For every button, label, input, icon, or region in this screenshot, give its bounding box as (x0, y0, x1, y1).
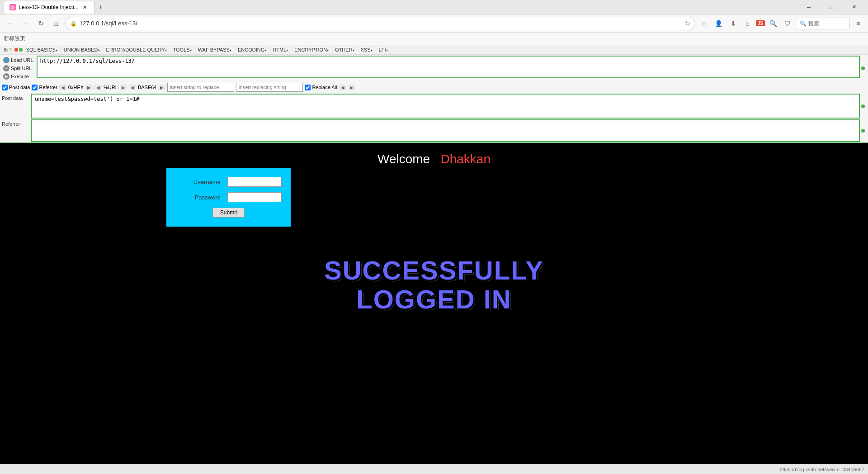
refresh-button[interactable]: ↻ (34, 17, 47, 30)
menu-error-double-query[interactable]: ERROR/DOUBLE QUERY▾ (104, 46, 170, 53)
home-nav-icon[interactable]: ⌂ (741, 17, 754, 30)
split-url-label: Split URL (11, 66, 32, 71)
execute-icon: ▶ (3, 73, 9, 80)
success-text-line2: LOGGED IN (324, 285, 544, 314)
refresh-icon[interactable]: ↻ (685, 20, 690, 27)
hackbar-url-main: http://127.0.0.1/sql/Less-13/ (37, 56, 866, 81)
forward-button[interactable]: → (19, 17, 32, 30)
replace-arrow-left[interactable]: ◀ (339, 85, 346, 90)
new-tab-button[interactable]: + (94, 1, 107, 14)
menu-union-based[interactable]: UNION BASED▾ (61, 46, 103, 53)
user-icon[interactable]: 👤 (712, 17, 725, 30)
hackbar-url-field[interactable]: http://127.0.0.1/sql/Less-13/ (37, 56, 860, 78)
oxhex-label: 0xHEX (68, 85, 84, 90)
post-data-side-indicator (860, 94, 866, 118)
percent-url-arrow-left[interactable]: ◀ (94, 85, 102, 90)
hackbar-options: Post data Referrer ◀ 0xHEX ▶ ◀ %URL ▶ ◀ … (0, 82, 868, 93)
bookmarks-bar: 新标签页 (0, 33, 868, 45)
lock-icon: 🔒 (70, 20, 77, 27)
referrer-green-dot (861, 129, 865, 133)
red-status-dot (14, 48, 18, 52)
url-display: 127.0.0.1/sql/Less-13/ (80, 20, 682, 27)
success-text-line1: SUCCESSFULLY (324, 256, 544, 285)
active-tab[interactable]: 🌸 Less-13- Double Injecti... ✕ (4, 1, 94, 14)
download-icon[interactable]: ⬇ (727, 17, 740, 30)
url-bar[interactable]: 🔒 127.0.0.1/sql/Less-13/ ↻ (65, 17, 695, 30)
post-data-checkbox[interactable] (2, 85, 8, 90)
maximize-button[interactable]: □ (821, 1, 842, 14)
post-data-checkbox-label[interactable]: Post data (2, 85, 30, 90)
search-bar[interactable]: 🔍 (796, 18, 850, 29)
menu-html[interactable]: HTML▾ (270, 46, 291, 53)
post-data-checkbox-text: Post data (9, 85, 30, 90)
referrer-checkbox-label[interactable]: Referrer (32, 85, 57, 90)
replace-all-text: Replace All (312, 85, 337, 90)
replace-arrow-right[interactable]: ▶ (348, 85, 355, 90)
referrer-checkbox[interactable] (32, 85, 38, 90)
close-button[interactable]: ✕ (844, 1, 864, 14)
js-badge: JS (756, 20, 765, 26)
hackbar-referrer-section: Referrer (0, 119, 868, 142)
tab-favicon: 🌸 (9, 4, 16, 10)
percent-url-arrow-right[interactable]: ▶ (120, 85, 127, 90)
split-url-icon: ✂ (3, 65, 9, 71)
execute-label: Execute (11, 74, 29, 79)
menu-waf-bypass[interactable]: WAF BYPASS▾ (195, 46, 234, 53)
minimize-button[interactable]: ─ (798, 1, 819, 14)
hackbar-left-buttons: 🌐 Load URL ✂ Split URL ▶ Execute (2, 56, 37, 81)
referrer-checkbox-text: Referrer (39, 85, 57, 90)
load-url-button[interactable]: 🌐 Load URL (2, 57, 35, 64)
username-input[interactable] (227, 177, 282, 187)
post-data-label: Post data (2, 94, 31, 118)
hackbar-post-data-section: Post data uname=test&passwd=test') or 1=… (0, 93, 868, 119)
execute-button[interactable]: ▶ Execute (2, 73, 35, 80)
menu-xss[interactable]: XSS▾ (358, 46, 375, 53)
hackbar-url-section: 🌐 Load URL ✂ Split URL ▶ Execute http://… (0, 55, 868, 82)
menu-sql-basics[interactable]: SQL BASICS▾ (24, 46, 60, 53)
nav-bar: ← → ↻ ⌂ 🔒 127.0.0.1/sql/Less-13/ ↻ ☆ 👤 ⬇… (0, 14, 868, 33)
post-data-input[interactable]: uname=test&passwd=test') or 1=1# (31, 94, 860, 118)
main-content: Welcome Dhakkan Username : Password : Su… (0, 143, 868, 464)
replacing-string-input[interactable] (236, 83, 303, 92)
home-button[interactable]: ⌂ (50, 17, 62, 30)
referrer-side-indicator (860, 119, 866, 142)
referrer-input[interactable] (31, 119, 860, 142)
submit-button[interactable]: Submit (212, 208, 245, 218)
string-to-replace-input[interactable] (167, 83, 234, 92)
percent-url-label: %URL (104, 85, 118, 90)
load-url-label: Load URL (11, 57, 33, 63)
oxhex-arrow-left[interactable]: ◀ (59, 85, 66, 90)
menu-icon[interactable]: ≡ (852, 17, 864, 30)
back-button[interactable]: ← (4, 17, 16, 30)
replace-all-checkbox[interactable] (305, 85, 311, 90)
bookmarks-item-new-tab[interactable]: 新标签页 (4, 35, 25, 43)
oxhex-arrow-right[interactable]: ▶ (85, 85, 93, 90)
shield-icon[interactable]: 🛡 (781, 17, 794, 30)
replace-all-checkbox-label[interactable]: Replace All (305, 85, 337, 90)
magnify-icon[interactable]: 🔍 (767, 17, 779, 30)
welcome-label: Welcome (377, 152, 430, 166)
menu-encoding[interactable]: ENCODING▾ (235, 46, 269, 53)
menu-lfi[interactable]: LFI▾ (376, 46, 391, 53)
login-form: Username : Password : Submit (166, 168, 291, 227)
welcome-text: Welcome Dhakkan (377, 152, 491, 166)
welcome-name: Dhakkan (441, 152, 491, 166)
menu-tools[interactable]: TOOLS▾ (170, 46, 194, 53)
nav-right-buttons: ☆ 👤 ⬇ ⌂ JS 🔍 🛡 🔍 ≡ (698, 17, 864, 30)
post-data-green-dot (861, 104, 865, 108)
search-input[interactable] (808, 20, 844, 27)
url-side-indicator (860, 56, 866, 81)
menu-other[interactable]: OTHER▾ (332, 46, 357, 53)
green-status-dot (19, 48, 23, 52)
bookmark-star-icon[interactable]: ☆ (698, 17, 711, 30)
status-url: https://blog.csdn.net/weixin_43406687 (780, 467, 864, 472)
split-url-button[interactable]: ✂ Split URL (2, 65, 35, 72)
search-icon: 🔍 (800, 20, 807, 27)
base64-arrow-left[interactable]: ◀ (129, 85, 136, 90)
password-input[interactable] (227, 192, 282, 202)
tab-close-button[interactable]: ✕ (81, 4, 89, 11)
menu-encryption[interactable]: ENCRYPTION▾ (292, 46, 331, 53)
base64-label: BASE64 (138, 85, 157, 90)
window-controls: ─ □ ✕ (798, 1, 864, 14)
base64-arrow-right[interactable]: ▶ (158, 85, 165, 90)
